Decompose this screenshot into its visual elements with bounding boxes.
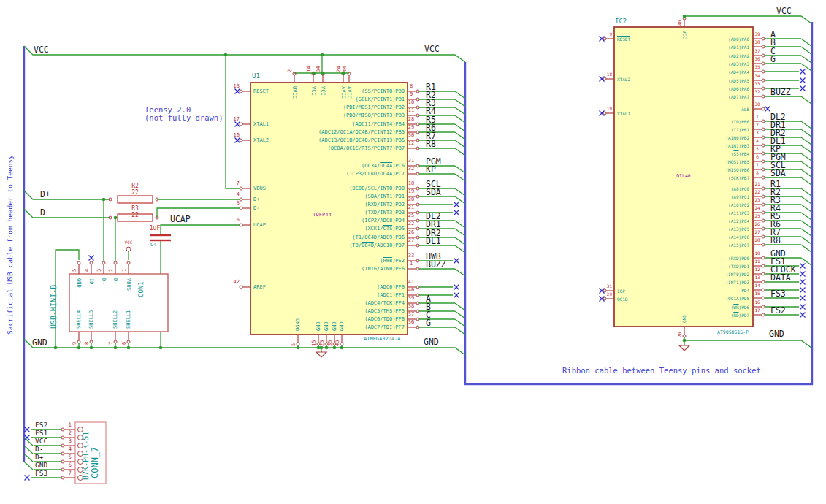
pin-number: 35 xyxy=(748,65,767,69)
pin-number: 5 xyxy=(748,147,767,151)
pin-number: 40 xyxy=(678,20,682,26)
pin-number: 17 xyxy=(748,308,767,313)
u1-part-name: ATMEGA32U4-A xyxy=(364,336,401,342)
pin-name: (ICP2/ADC8)PD4 xyxy=(302,218,405,224)
pin-number: 37 xyxy=(748,49,767,53)
pin-name: (AD1)PA1 xyxy=(647,45,749,50)
pin-name: (OC0B/SCL/INT0)PD0 xyxy=(302,186,405,191)
pin-number: 2 xyxy=(109,269,114,272)
pin-number: 43 xyxy=(335,340,340,346)
pin-name: (MOSI)PB5 xyxy=(647,159,749,164)
pin-name: (OC1A)PD5 xyxy=(647,296,749,301)
pin-number: 7 xyxy=(109,342,114,345)
pin-name: (INT1)PD3 xyxy=(647,280,749,285)
conn7-reference: CONN_7 xyxy=(92,447,99,478)
pin-name: ICP xyxy=(617,289,625,294)
net-label-dplus: D+ xyxy=(40,190,50,199)
pin-number: 20 xyxy=(678,332,682,337)
pin-number: 7 xyxy=(58,470,72,476)
pin-number: 2 xyxy=(748,123,767,127)
pin-number: 24 xyxy=(337,66,342,72)
pin-name: RESET xyxy=(253,88,269,94)
pin-number: 27 xyxy=(748,230,767,234)
pin-name: (A14)PC6 xyxy=(647,234,749,240)
pin-number: 23 xyxy=(320,340,325,346)
pin-number: 29 xyxy=(402,125,420,130)
net-label-gnd: GND xyxy=(769,329,784,338)
pin-name: (A9)PC1 xyxy=(647,194,749,199)
net-label: DL1 xyxy=(426,237,441,245)
pin-name: (OC0A/OC1C/RTS/PCINT7)PB7 xyxy=(302,145,405,151)
net-label-gnd: GND xyxy=(424,337,439,346)
vcc-flag-label: VCC xyxy=(121,240,137,245)
pin-number: 11 xyxy=(402,108,420,113)
net-label-dminus: D- xyxy=(40,208,50,217)
pin-name: UGND xyxy=(295,318,301,331)
pin-number: 39 xyxy=(402,296,420,301)
pin-name: SHELL3 xyxy=(88,310,94,329)
pin-number: 13 xyxy=(221,84,240,89)
net-label-ucap: UCAP xyxy=(170,215,191,224)
pin-number: 6 xyxy=(221,218,240,223)
pin-number: 8 xyxy=(402,84,420,89)
pin-name: (A13)PC5 xyxy=(647,226,749,232)
pin-number: 10 xyxy=(748,251,767,256)
pin-number: 19 xyxy=(402,189,420,194)
pin-name: (AD7)PA7 xyxy=(647,94,749,99)
note-teensy-subtitle: (not fully drawn) xyxy=(145,114,223,122)
pin-name: PD4 xyxy=(647,288,749,293)
pin-number: 32 xyxy=(748,90,767,94)
pin-name: (XCK1/CTS)PD5 xyxy=(302,226,405,232)
pin-number: 2 xyxy=(58,430,72,436)
pin-name: (AD2)PA2 xyxy=(647,53,749,58)
pin-number: 28 xyxy=(402,117,420,122)
pin-number: 6 xyxy=(748,155,767,159)
pin-name: (T1)PB1 xyxy=(647,127,749,132)
r3-value: 22 xyxy=(126,213,144,218)
pin-number: 19 xyxy=(593,107,612,111)
pin-name: GND xyxy=(324,321,329,331)
pin-number: 5 xyxy=(58,454,72,460)
pin-name: ALE xyxy=(647,107,749,112)
net-label: SDA xyxy=(770,169,786,177)
text-layer: Teensy 2.0 (not fully drawn) Ribbon cabl… xyxy=(0,0,826,504)
pin-number: 3 xyxy=(221,201,240,206)
pin-name: (AIN1)PB3 xyxy=(647,143,749,148)
pin-number: 41 xyxy=(402,280,420,285)
pin-number: 15 xyxy=(312,340,317,346)
net-label: VCC xyxy=(35,438,47,445)
pin-name: OC1B xyxy=(617,297,627,302)
r2-reference: R2 xyxy=(126,183,144,189)
net-label: FS1 xyxy=(35,429,47,437)
pin-name: SHELL1 xyxy=(126,310,131,329)
pin-number: 33 xyxy=(748,82,767,86)
pin-number: 1 xyxy=(402,261,420,267)
pin-number: 29 xyxy=(593,292,612,297)
pin-number: 36 xyxy=(402,320,420,325)
net-label: D+ xyxy=(35,454,43,461)
pin-number: 6 xyxy=(122,342,127,345)
pin-number: 4 xyxy=(58,446,72,452)
pin-name: (ADC5/TMS)PF5 xyxy=(302,308,405,314)
pin-name: (HWB)PE2 xyxy=(302,258,405,264)
u1-reference: U1 xyxy=(252,73,260,80)
pin-number: 1 xyxy=(122,269,127,272)
pin-number: 12 xyxy=(748,267,767,272)
pin-number: 33 xyxy=(402,253,420,259)
pin-number: 14 xyxy=(748,283,767,288)
pin-number: 38 xyxy=(402,304,420,309)
pin-name: GND xyxy=(76,278,82,288)
pin-name: (AD3)PA3 xyxy=(647,61,749,66)
pin-name: VCC xyxy=(682,31,687,39)
pin-number: 26 xyxy=(402,230,420,235)
pin-name: (A8)PC0 xyxy=(647,186,749,191)
pin-name: (AD6)PA6 xyxy=(647,86,749,91)
pin-number: 25 xyxy=(402,213,420,218)
pin-number: 20 xyxy=(402,197,420,202)
net-label: BUZZ xyxy=(426,260,446,269)
pin-number: 15 xyxy=(748,291,767,296)
pin-name: VCC xyxy=(320,86,326,96)
pin-number: 26 xyxy=(748,222,767,226)
net-label: BUZZ xyxy=(770,88,791,96)
pin-name: ID xyxy=(88,278,94,284)
